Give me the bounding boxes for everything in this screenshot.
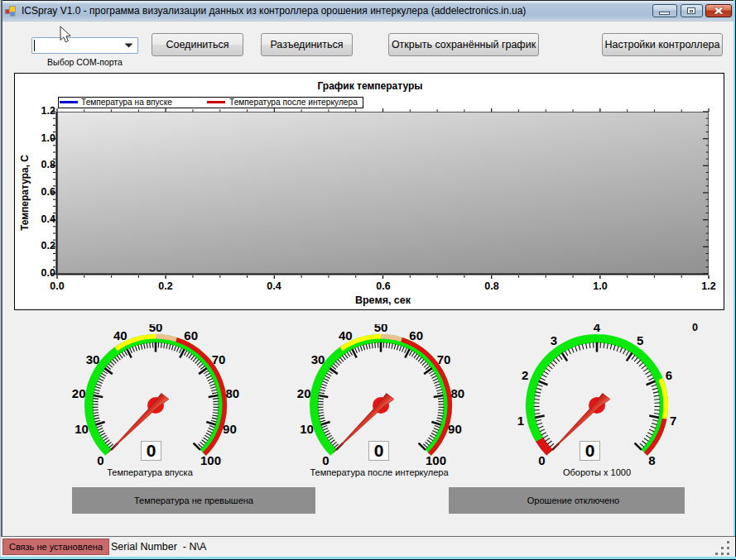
svg-text:70: 70 xyxy=(212,352,226,366)
svg-text:2: 2 xyxy=(522,368,528,382)
svg-text:20: 20 xyxy=(297,386,311,400)
svg-text:90: 90 xyxy=(448,422,462,436)
svg-text:60: 60 xyxy=(409,328,423,342)
svg-text:30: 30 xyxy=(86,352,100,366)
svg-text:70: 70 xyxy=(437,352,451,366)
svg-text:40: 40 xyxy=(339,328,353,342)
svg-text:6: 6 xyxy=(666,368,672,382)
svg-text:10: 10 xyxy=(300,422,314,436)
svg-text:5: 5 xyxy=(637,333,643,347)
svg-text:50: 50 xyxy=(374,324,388,334)
svg-text:60: 60 xyxy=(184,328,198,342)
svg-text:20: 20 xyxy=(72,386,86,400)
svg-text:30: 30 xyxy=(311,352,325,366)
svg-text:100: 100 xyxy=(200,453,221,467)
svg-text:8: 8 xyxy=(648,453,655,467)
svg-text:50: 50 xyxy=(149,324,163,334)
svg-text:80: 80 xyxy=(225,386,239,400)
svg-text:40: 40 xyxy=(113,328,127,342)
svg-text:80: 80 xyxy=(450,386,464,400)
svg-text:90: 90 xyxy=(223,422,237,436)
svg-text:10: 10 xyxy=(75,422,89,436)
svg-text:7: 7 xyxy=(670,414,676,428)
svg-text:1: 1 xyxy=(517,414,524,428)
svg-text:0: 0 xyxy=(97,453,103,467)
svg-text:4: 4 xyxy=(594,324,601,334)
svg-text:0: 0 xyxy=(538,453,545,467)
svg-text:100: 100 xyxy=(426,453,446,467)
svg-text:3: 3 xyxy=(551,333,557,347)
svg-text:0: 0 xyxy=(322,453,329,467)
